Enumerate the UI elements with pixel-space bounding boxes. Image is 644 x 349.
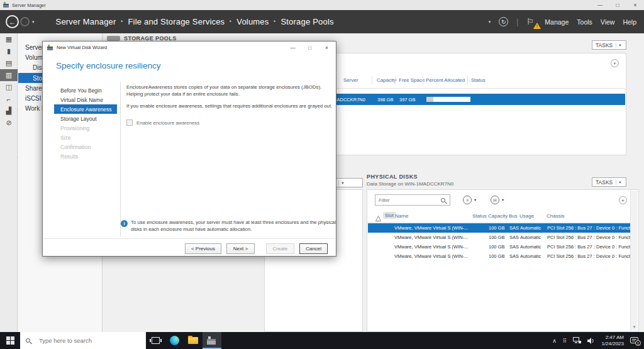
menu-tools[interactable]: Tools	[577, 18, 592, 26]
enclosure-note: If you enable enclosure awareness, setti…	[126, 103, 336, 110]
filter-criteria-button[interactable]: ≡ ▾	[463, 196, 476, 204]
step-before-you-begin[interactable]: Before You Begin	[54, 86, 117, 95]
list-icon: ≡	[463, 196, 472, 204]
caret-down-icon: ▾	[502, 197, 504, 202]
physical-disks-tasks-button[interactable]: TASKS▾	[592, 177, 626, 187]
start-button[interactable]	[0, 332, 20, 349]
dashboard-icon[interactable]: ▦	[0, 33, 18, 45]
menu-manage[interactable]: Manage	[545, 18, 569, 26]
breadcrumb-separator-icon: ‣	[274, 19, 277, 25]
column-free-space[interactable]: Free Space	[399, 77, 425, 83]
column-percent-allocated[interactable]: Percent Allocated	[426, 77, 465, 83]
nav-history-caret-icon[interactable]: ▾	[32, 19, 35, 25]
new-virtual-disk-wizard: New Virtual Disk Wizard — □ × Specify en…	[42, 41, 336, 257]
wizard-minimize-button[interactable]: —	[284, 42, 301, 53]
navigation-bar: ← → ▾ Server Manager ‣ File and Storage …	[0, 10, 644, 33]
network-icon[interactable]	[573, 335, 581, 346]
window-maximize-button[interactable]: □	[609, 0, 626, 10]
physical-disk-row[interactable]: VMware, VMware Virtual S (WIN-... 100 GB…	[368, 252, 630, 261]
physical-disk-row[interactable]: VMware, VMware Virtual S (WIN-... 100 GB…	[368, 233, 630, 242]
taskbar-search[interactable]	[20, 332, 146, 349]
wizard-app-icon	[47, 45, 53, 51]
refresh-icon[interactable]: ↻	[499, 17, 508, 26]
wizard-title: New Virtual Disk Wizard	[57, 45, 107, 50]
pool-capacity: 398 GB	[377, 97, 393, 102]
collapse-chevron-icon[interactable]: ▾	[611, 59, 619, 67]
column-name[interactable]: Name	[395, 213, 408, 219]
volume-icon[interactable]	[587, 335, 595, 346]
collapse-chevron-icon[interactable]: ▾	[619, 196, 627, 204]
column-slot[interactable]: Slot	[383, 212, 396, 219]
scroll-down-chevron-icon[interactable]: ▾	[631, 324, 638, 330]
key-icon[interactable]: ⌐	[0, 93, 18, 105]
column-capacity[interactable]: Capacity	[377, 77, 396, 83]
physical-disks-panel: ≡ ▾ H ▾ ▾ Slot Name Status Capacity Bus …	[367, 189, 639, 332]
wizard-close-button[interactable]: ×	[318, 42, 335, 53]
previous-button[interactable]: < Previous	[185, 243, 221, 254]
windows-logo-icon	[6, 336, 14, 345]
physical-disk-row[interactable]: VMware, VMware Virtual S (WIN-... 100 GB…	[368, 223, 630, 233]
cancel-button[interactable]: Cancel	[299, 243, 328, 254]
h-icon: H	[491, 196, 499, 204]
forward-button[interactable]: →	[20, 17, 30, 26]
performance-chart-icon[interactable]: ▟	[0, 105, 18, 117]
file-explorer-button[interactable]	[184, 332, 203, 349]
column-status[interactable]: Status	[472, 213, 487, 219]
notifications-flag-icon[interactable]: ⚐	[526, 17, 536, 26]
clock-date: 1/24/2023	[601, 341, 624, 347]
info-note-text: To use enclosure awareness, your server …	[131, 219, 338, 233]
disk-chassis: PCI Slot 256 : Bus 27 : Device 0 : Funct…	[547, 225, 630, 231]
column-capacity[interactable]: Capacity	[488, 213, 508, 219]
menu-help[interactable]: Help	[623, 18, 636, 26]
step-virtual-disk-name[interactable]: Virtual Disk Name	[54, 95, 117, 104]
caret-down-icon: ▾	[616, 43, 623, 48]
clock-time: 2:47 AM	[601, 335, 624, 341]
tray-grid-icon[interactable]: ⠿	[563, 338, 567, 344]
breadcrumb-server-manager[interactable]: Server Manager	[56, 17, 116, 26]
breadcrumb-volumes[interactable]: Volumes	[236, 17, 269, 26]
taskbar-clock[interactable]: 2:47 AM 1/24/2023	[601, 335, 624, 347]
menu-view[interactable]: View	[601, 18, 615, 26]
column-status[interactable]: Status	[471, 77, 486, 83]
window-minimize-button[interactable]: —	[591, 0, 609, 10]
scrollbar[interactable]: ▾	[630, 191, 638, 331]
caret-down-icon: ▾	[338, 180, 346, 186]
alert-column-icon[interactable]	[375, 213, 381, 224]
enable-enclosure-awareness-row: Enable enclosure awareness	[126, 119, 199, 126]
nav-caret-icon[interactable]: ▾	[489, 19, 491, 25]
disk-usage: Automatic	[520, 253, 541, 259]
server-manager-taskbar-button[interactable]	[203, 332, 221, 349]
action-center-button[interactable]: 1	[630, 337, 638, 344]
breadcrumb-storage-pools[interactable]: Storage Pools	[280, 17, 333, 26]
filter-input[interactable]	[375, 197, 441, 203]
all-servers-icon[interactable]: ▤	[0, 57, 18, 69]
column-usage[interactable]: Usage	[519, 213, 534, 219]
disk-name: VMware, VMware Virtual S (WIN-...	[394, 253, 468, 259]
bpa-results-icon[interactable]: ⊘	[0, 117, 18, 129]
taskbar-search-input[interactable]	[39, 337, 133, 344]
enable-enclosure-awareness-checkbox[interactable]	[126, 119, 133, 126]
pool-free-space: 397 GB	[399, 97, 415, 102]
edge-browser-button[interactable]	[165, 332, 184, 349]
wizard-maximize-button[interactable]: □	[301, 42, 318, 53]
next-button[interactable]: Next >	[226, 243, 255, 254]
checkbox-label: Enable enclosure awareness	[136, 120, 199, 126]
tray-chevron-icon[interactable]: ∧	[552, 338, 557, 344]
window-close-button[interactable]: ×	[626, 0, 644, 10]
back-button[interactable]: ←	[6, 15, 19, 28]
task-view-button[interactable]	[146, 332, 165, 349]
breadcrumb-file-storage-services[interactable]: File and Storage Services	[128, 17, 225, 26]
grouping-button[interactable]: H ▾	[491, 196, 504, 204]
physical-disk-row[interactable]: VMware, VMware Virtual S (WIN-... 100 GB…	[368, 242, 630, 252]
disk-bus: SAS	[509, 253, 519, 259]
file-storage-services-icon[interactable]: ▥	[0, 69, 18, 81]
step-storage-layout[interactable]: Storage Layout	[54, 114, 117, 123]
storage-pools-tasks-button[interactable]: TASKS▾	[592, 40, 626, 50]
percent-allocated-fill	[426, 97, 433, 102]
column-server[interactable]: Server	[343, 77, 358, 83]
local-server-icon[interactable]: ▮	[0, 45, 18, 57]
column-bus[interactable]: Bus	[509, 213, 518, 219]
column-chassis[interactable]: Chassis	[547, 213, 564, 219]
step-enclosure-awareness[interactable]: Enclosure Awareness	[54, 104, 117, 114]
services-icon[interactable]: ◫	[0, 81, 18, 93]
